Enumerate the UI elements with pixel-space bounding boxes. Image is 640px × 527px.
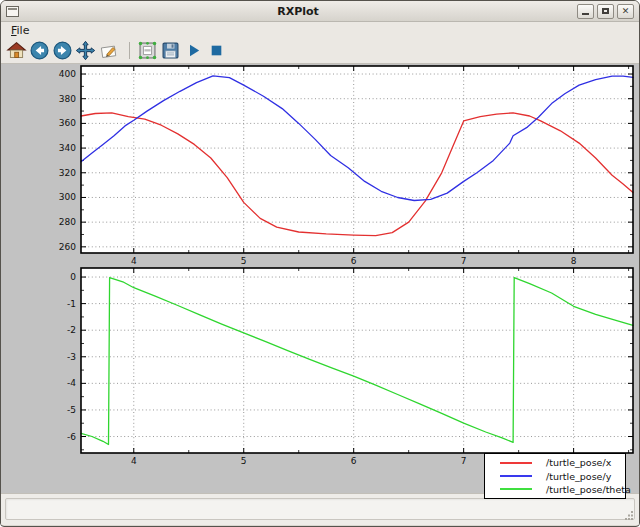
forward-arrow-icon	[52, 40, 73, 61]
stop-icon	[206, 40, 227, 61]
play-icon	[183, 40, 204, 61]
home-icon	[6, 40, 27, 61]
close-button[interactable]: ✕	[617, 4, 634, 19]
configure-subplots-button[interactable]	[136, 39, 159, 62]
figure-canvas[interactable]	[1, 64, 639, 493]
resize-grip-icon[interactable]	[624, 510, 634, 520]
maximize-button[interactable]	[597, 4, 614, 19]
subplots-icon	[137, 40, 158, 61]
menu-file[interactable]: File	[6, 24, 34, 37]
legend-row: /turtle_pose/y	[485, 470, 625, 483]
zoom-edit-icon	[98, 40, 119, 61]
forward-button[interactable]	[51, 39, 74, 62]
legend-label: /turtle_pose/x	[546, 457, 611, 468]
status-message	[5, 498, 635, 520]
window-controls: ✕	[577, 4, 634, 19]
legend-label: /turtle_pose/theta	[546, 484, 631, 495]
home-button[interactable]	[5, 39, 28, 62]
legend-row: /turtle_pose/x	[485, 456, 625, 469]
toolbar-separator	[129, 42, 130, 59]
titlebar[interactable]: RXPlot ✕	[1, 1, 639, 22]
close-icon: ✕	[622, 7, 630, 16]
play-button[interactable]	[182, 39, 205, 62]
zoom-edit-button[interactable]	[97, 39, 120, 62]
back-arrow-icon	[29, 40, 50, 61]
maximize-icon	[602, 8, 609, 14]
legend-row: /turtle_pose/theta	[485, 483, 625, 496]
minimize-icon	[582, 13, 589, 15]
rxplot-window: RXPlot ✕ File	[0, 0, 640, 527]
window-title: RXPlot	[19, 5, 577, 18]
back-button[interactable]	[28, 39, 51, 62]
save-button[interactable]	[159, 39, 182, 62]
stop-button[interactable]	[205, 39, 228, 62]
legend: /turtle_pose/x /turtle_pose/y /turtle_po…	[484, 453, 626, 499]
pan-move-icon	[75, 40, 96, 61]
legend-swatch	[500, 475, 532, 477]
legend-swatch	[500, 462, 532, 464]
menubar: File	[1, 22, 639, 38]
legend-swatch	[500, 488, 532, 490]
toolbar	[1, 38, 639, 64]
pan-button[interactable]	[74, 39, 97, 62]
save-floppy-icon	[160, 40, 181, 61]
window-icon	[6, 6, 19, 17]
minimize-button[interactable]	[577, 4, 594, 19]
legend-label: /turtle_pose/y	[546, 471, 611, 482]
